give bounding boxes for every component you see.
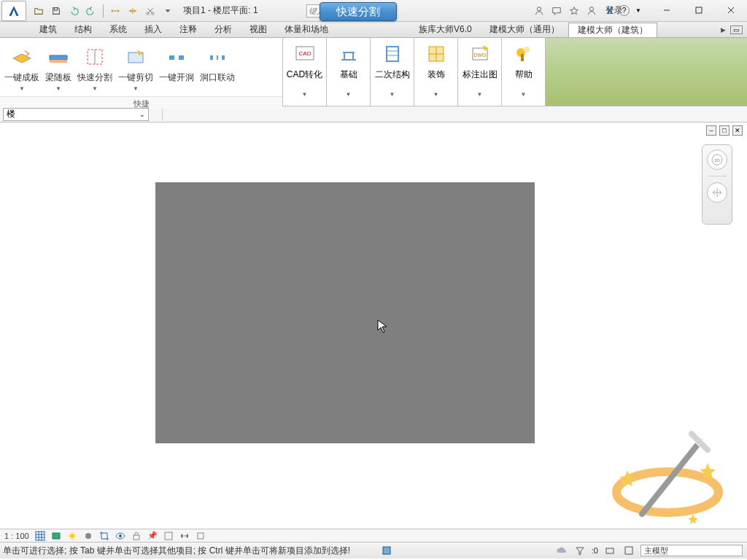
lock-icon[interactable]	[131, 531, 142, 541]
chevron-down-icon: ⌄	[139, 111, 145, 118]
cut-icon[interactable]	[142, 3, 158, 19]
svg-rect-8	[213, 55, 217, 60]
pin-icon[interactable]: 📌	[147, 531, 158, 541]
slab-icon	[10, 45, 34, 69]
svg-text:CAD: CAD	[298, 50, 311, 57]
inner-close-icon[interactable]: ✕	[732, 125, 743, 136]
tooltip-badge: 快速分割	[320, 2, 397, 21]
measure-icon[interactable]	[107, 3, 123, 19]
inner-min-icon[interactable]: –	[706, 125, 716, 136]
svg-rect-7	[174, 55, 179, 60]
menu-structure[interactable]: 结构	[66, 23, 101, 37]
undo-icon[interactable]	[66, 3, 82, 19]
link-icon	[206, 45, 229, 69]
nav-2d-icon[interactable]: 2D	[707, 149, 727, 170]
panel-foundation[interactable]: 基础▼	[327, 38, 371, 106]
panel-secondary[interactable]: 二次结构▼	[371, 38, 414, 106]
help-panel-icon	[512, 42, 535, 66]
panel-decor[interactable]: 装饰▼	[414, 38, 458, 106]
btn-quick-split[interactable]: 快速分割▼	[74, 41, 115, 93]
svg-rect-29	[198, 533, 204, 539]
heading-bar: 楼 ⌄	[0, 106, 747, 122]
status-message: 单击可进行选择; 按 Tab 键并单击可选择其他项目; 按 Ctrl 键并单击可…	[0, 545, 379, 557]
nav-wheel[interactable]: 2D	[702, 144, 732, 225]
menubar: 建筑 结构 系统 插入 注释 分析 视图 体量和场地 族库大师V6.0 建模大师…	[0, 22, 747, 38]
menu-architecture[interactable]: 建筑	[31, 23, 66, 37]
split-icon	[83, 45, 107, 69]
status-info-icon[interactable]	[379, 544, 394, 557]
btn-hole-link[interactable]: 洞口联动	[197, 41, 238, 85]
menu-collapse-icon[interactable]: ▭	[730, 26, 743, 34]
filter-icon[interactable]	[573, 544, 587, 557]
menu-modelmaster-arch[interactable]: 建模大师（建筑）	[568, 23, 657, 37]
window-controls	[651, 0, 747, 20]
redo-icon[interactable]	[83, 3, 99, 19]
svg-rect-30	[383, 547, 390, 554]
temp-icon[interactable]	[196, 531, 206, 541]
editable-icon[interactable]	[622, 544, 636, 557]
canvas-view[interactable]	[155, 182, 535, 443]
crop-icon[interactable]	[99, 531, 109, 541]
annotate-icon: DWG	[468, 42, 492, 66]
heading-combo[interactable]: 楼 ⌄	[3, 108, 149, 121]
close-button[interactable]	[715, 0, 747, 20]
btn-onekey-cut[interactable]: 一键剪切▼	[115, 41, 156, 93]
menu-insert[interactable]: 插入	[136, 23, 171, 37]
visual-style-icon[interactable]	[51, 531, 61, 541]
shadow-icon[interactable]	[83, 531, 93, 541]
model-combo[interactable]: 主模型	[640, 545, 743, 556]
btn-onekey-slab[interactable]: 一键成板▼	[1, 41, 42, 93]
menu-analyze[interactable]: 分析	[206, 23, 241, 37]
hole-icon	[165, 45, 188, 69]
menu-systems[interactable]: 系统	[101, 23, 136, 37]
maximize-button[interactable]	[683, 0, 715, 20]
beam-icon	[47, 45, 70, 69]
exchange-icon[interactable]: X	[606, 5, 613, 16]
menu-overflow-icon[interactable]: ▶	[721, 26, 726, 34]
detail-level-icon[interactable]	[35, 531, 45, 541]
sun-icon[interactable]	[67, 531, 77, 541]
menu-massing[interactable]: 体量和场地	[276, 23, 337, 37]
help-icon[interactable]: ?	[619, 5, 630, 16]
svg-rect-22	[36, 532, 44, 540]
scale-label[interactable]: 1 : 100	[4, 532, 29, 540]
wand-decoration	[605, 419, 729, 529]
status-cloud-icon[interactable]	[554, 544, 568, 557]
svg-point-26	[119, 534, 122, 537]
app-logo[interactable]	[1, 1, 26, 21]
reveal-icon[interactable]	[163, 531, 174, 541]
panel-cad[interactable]: CAD CAD转化▼	[283, 38, 327, 106]
btn-beam-follow[interactable]: 梁随板▼	[42, 41, 74, 93]
hide-icon[interactable]	[115, 531, 125, 541]
open-icon[interactable]	[31, 3, 47, 19]
workset-icon[interactable]	[603, 544, 617, 557]
svg-rect-9	[218, 55, 222, 60]
help-dropdown-icon[interactable]: ▼	[635, 7, 641, 14]
panel-annotate[interactable]: DWG 标注出图▼	[458, 38, 502, 106]
align-icon[interactable]	[125, 3, 141, 19]
menu-annotate[interactable]: 注释	[171, 23, 206, 37]
user-icon[interactable]	[533, 4, 546, 18]
login-icon[interactable]	[585, 4, 598, 18]
panel-help[interactable]: 帮助▼	[502, 38, 546, 106]
svg-rect-23	[53, 533, 60, 539]
star-icon[interactable]	[568, 4, 581, 18]
inner-max-icon[interactable]: □	[719, 125, 729, 136]
menu-family[interactable]: 族库大师V6.0	[410, 23, 481, 37]
nav-pan-icon[interactable]	[707, 182, 727, 203]
menu-modelmaster-general[interactable]: 建模大师（通用）	[481, 23, 568, 37]
svg-text:2D: 2D	[714, 158, 720, 163]
svg-text:DWG: DWG	[473, 52, 486, 58]
dropdown-icon[interactable]	[160, 3, 176, 19]
workspace[interactable]: – □ ✕ 2D	[0, 122, 747, 529]
menu-view[interactable]: 视图	[241, 23, 276, 37]
svg-rect-4	[696, 7, 702, 13]
titlebar: 项目1 - 楼层平面: 1 键入 快速分割 登录 X ? ▼	[0, 0, 747, 22]
comm-icon[interactable]	[550, 4, 563, 18]
save-icon[interactable]	[48, 3, 64, 19]
btn-onekey-hole[interactable]: 一键开洞	[156, 41, 197, 85]
ribbon-panel-quick: 一键成板▼ 梁随板▼ 快速分割▼ 一键剪切▼ 一键开洞 洞口联动	[0, 38, 283, 106]
constrain-icon[interactable]	[179, 531, 190, 541]
minimize-button[interactable]	[651, 0, 683, 20]
svg-rect-28	[165, 532, 172, 540]
